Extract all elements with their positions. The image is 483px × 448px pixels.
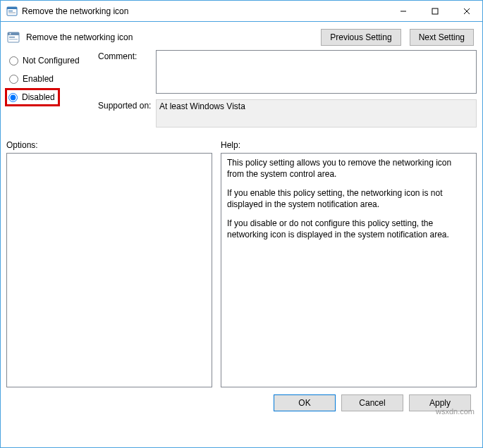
radio-enabled[interactable]: Enabled bbox=[6, 70, 98, 88]
radio-not-configured[interactable]: Not Configured bbox=[6, 51, 98, 70]
comment-label: Comment: bbox=[98, 50, 156, 61]
radio-disabled[interactable]: Disabled bbox=[5, 88, 60, 106]
svg-point-10 bbox=[10, 33, 11, 35]
next-setting-button[interactable]: Next Setting bbox=[410, 29, 474, 46]
help-paragraph: This policy setting allows you to remove… bbox=[227, 158, 470, 180]
radio-label: Enabled bbox=[23, 74, 54, 84]
radio-disabled-input[interactable] bbox=[8, 93, 18, 102]
radio-enabled-input[interactable] bbox=[9, 75, 18, 84]
cancel-button[interactable]: Cancel bbox=[341, 394, 403, 411]
svg-rect-3 bbox=[8, 12, 16, 13]
svg-rect-11 bbox=[9, 37, 15, 38]
maximize-button[interactable] bbox=[419, 1, 451, 21]
radio-label: Not Configured bbox=[23, 56, 80, 66]
radio-not-configured-input[interactable] bbox=[9, 56, 18, 66]
state-radio-group: Not Configured Enabled Disabled bbox=[6, 50, 98, 133]
help-paragraph: If you enable this policy setting, the n… bbox=[227, 188, 470, 210]
supported-on-value bbox=[156, 99, 477, 127]
previous-setting-button[interactable]: Previous Setting bbox=[321, 29, 401, 46]
radio-label: Disabled bbox=[22, 92, 55, 102]
policy-window-icon bbox=[6, 6, 18, 17]
group-policy-icon bbox=[6, 30, 20, 44]
svg-rect-5 bbox=[432, 8, 438, 14]
minimize-button[interactable] bbox=[387, 1, 419, 21]
help-box: This policy setting allows you to remove… bbox=[221, 153, 477, 387]
window-title: Remove the networking icon bbox=[22, 6, 387, 16]
watermark-text: wsxdn.com bbox=[436, 407, 475, 416]
close-button[interactable] bbox=[451, 1, 482, 21]
svg-rect-1 bbox=[7, 7, 17, 9]
policy-name: Remove the networking icon bbox=[26, 32, 133, 42]
supported-on-label: Supported on: bbox=[98, 99, 156, 111]
svg-rect-2 bbox=[8, 11, 13, 11]
svg-rect-12 bbox=[9, 39, 18, 40]
help-paragraph: If you disable or do not configure this … bbox=[227, 218, 470, 240]
svg-rect-9 bbox=[8, 32, 19, 35]
titlebar: Remove the networking icon bbox=[1, 1, 482, 22]
ok-button[interactable]: OK bbox=[274, 394, 336, 411]
options-label: Options: bbox=[6, 139, 212, 153]
options-box bbox=[6, 153, 212, 387]
comment-input[interactable] bbox=[156, 50, 477, 94]
help-label: Help: bbox=[221, 139, 477, 153]
